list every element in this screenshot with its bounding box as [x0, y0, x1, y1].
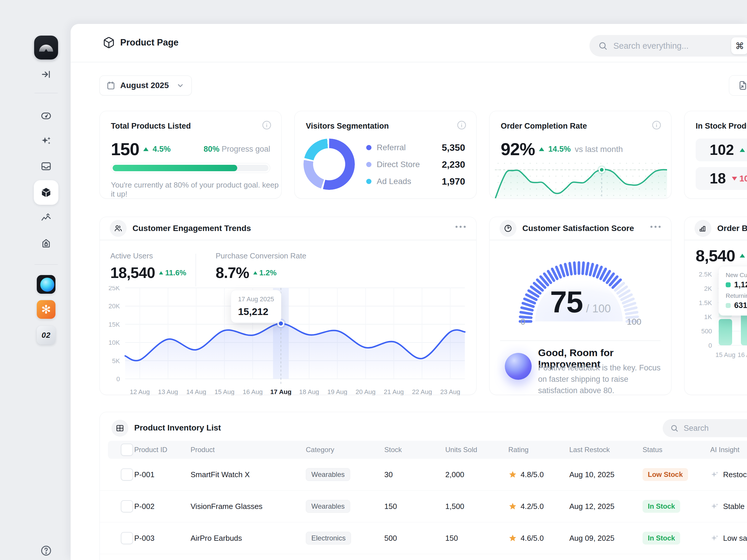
- star-icon: [508, 502, 517, 511]
- trend-up-icon: [143, 147, 149, 151]
- search-input[interactable]: [613, 41, 719, 51]
- column-header[interactable]: Units Sold: [445, 446, 508, 454]
- series-dot: [726, 303, 731, 308]
- sidebar-collapse-button[interactable]: [35, 63, 57, 85]
- cell-product-name: VisionFrame Glasses: [190, 502, 306, 511]
- column-header[interactable]: Last Restock: [569, 446, 643, 454]
- card-header: Order Breakdown: [685, 217, 747, 240]
- chart-tooltip: 17 Aug 2025 15,212: [231, 290, 282, 323]
- keyboard-shortcut-badge: ⌘: [731, 37, 747, 54]
- kpi-card-total-products: Total Products Listed 150 4.5% 80% Progr…: [100, 111, 282, 198]
- svg-text:22 Aug: 22 Aug: [412, 388, 432, 395]
- sidebar-item-dashboard[interactable]: [35, 105, 57, 127]
- cell-ai-insight: Restock imm: [710, 470, 747, 479]
- card-title: Customer Engagement Trends: [132, 217, 251, 240]
- tooltip-label: New Customers: [726, 271, 747, 278]
- users-icon: [110, 220, 127, 237]
- svg-text:23 Aug: 23 Aug: [440, 388, 460, 395]
- cell-last-restock: Aug 10, 2025: [569, 470, 643, 479]
- row-checkbox[interactable]: [121, 532, 133, 544]
- sidebar-item-store[interactable]: [35, 233, 57, 254]
- status-badge: In Stock: [643, 532, 680, 544]
- progress-goal-label: 80% Progress goal: [204, 145, 270, 154]
- column-header[interactable]: AI Insight: [710, 446, 747, 454]
- app-shortcut-flower[interactable]: ✻: [37, 300, 55, 319]
- table-search-input[interactable]: [683, 424, 747, 433]
- star-icon: [508, 534, 517, 542]
- gauge-max-label: 100: [621, 317, 647, 327]
- column-header[interactable]: Status: [643, 446, 710, 454]
- more-menu-button[interactable]: [456, 226, 466, 228]
- legend-label: Direct Store: [377, 160, 420, 169]
- score-denominator: / 100: [586, 302, 611, 315]
- sparkle-icon: [710, 470, 719, 479]
- svg-text:15 Aug: 15 Aug: [716, 351, 736, 358]
- svg-text:16 Aug: 16 Aug: [243, 388, 263, 395]
- category-badge: Wearables: [306, 500, 350, 513]
- breadcrumb: Product Page: [103, 36, 179, 49]
- info-icon[interactable]: [456, 120, 467, 130]
- search-icon: [670, 424, 678, 432]
- info-icon[interactable]: [261, 120, 272, 130]
- column-header[interactable]: Rating: [508, 446, 569, 454]
- column-header[interactable]: Stock: [384, 446, 445, 454]
- logo-arc-icon: [34, 35, 58, 59]
- app-logo[interactable]: [34, 35, 58, 59]
- svg-text:14 Aug: 14 Aug: [186, 388, 206, 395]
- stat-value: 8.7%: [216, 264, 249, 282]
- svg-text:17 Aug: 17 Aug: [270, 388, 291, 395]
- svg-text:20K: 20K: [108, 302, 120, 310]
- svg-text:2K: 2K: [704, 285, 712, 292]
- legend-row: Ad Leads1,970: [366, 173, 465, 190]
- kpi-card-order-completion: Order Completion Rate 92% 14.5% vs last …: [489, 111, 671, 198]
- cell-stock: 500: [384, 534, 445, 543]
- cell-ai-insight: Stable sale: [710, 502, 747, 511]
- table-row: P-001SmartFit Watch XWearables302,0004.8…: [100, 459, 747, 490]
- export-button[interactable]: [729, 75, 747, 96]
- kpi-card-visitors-segmentation: Visitors Segmentation Referral5,350Direc…: [294, 111, 476, 198]
- sidebar-item-ai[interactable]: [35, 130, 57, 152]
- card-title: Customer Satisfaction Score: [522, 217, 634, 240]
- sidebar-item-products[interactable]: [34, 180, 58, 205]
- svg-text:15K: 15K: [108, 321, 120, 328]
- product-inventory-card: Product Inventory List Product IDProduct…: [100, 412, 747, 560]
- flower-icon: ✻: [41, 303, 51, 315]
- table-search[interactable]: [663, 419, 747, 437]
- svg-text:12 Aug: 12 Aug: [130, 388, 150, 395]
- help-button[interactable]: [40, 545, 52, 557]
- table-title: Product Inventory List: [134, 423, 221, 432]
- app-shortcut-sphere[interactable]: [37, 275, 55, 294]
- global-search[interactable]: [589, 35, 747, 57]
- date-filter-label: August 2025: [120, 81, 169, 90]
- sidebar-item-inbox[interactable]: [35, 156, 57, 177]
- card-title: In Stock Products: [696, 122, 747, 131]
- select-all-checkbox[interactable]: [121, 444, 133, 456]
- order-breakdown-card: Order Breakdown 8,540 14.5% 05001K1.5K2K…: [684, 217, 747, 395]
- stock-row: 10280: [696, 138, 747, 161]
- column-header[interactable]: Product: [190, 446, 306, 454]
- info-icon[interactable]: [651, 120, 662, 130]
- chevron-down-icon: [176, 81, 185, 90]
- sparkles-icon: [41, 135, 52, 146]
- date-filter-dropdown[interactable]: August 2025: [100, 76, 192, 96]
- dashboard-screen: ✻ 02 Product Page ⌘ August 2025: [0, 0, 747, 560]
- column-header[interactable]: Category: [306, 446, 384, 454]
- sidebar-item-analytics[interactable]: [35, 207, 57, 229]
- app-shortcut-02[interactable]: 02: [37, 326, 55, 344]
- svg-text:10K: 10K: [108, 339, 120, 346]
- score-value: 75: [550, 285, 583, 319]
- row-checkbox[interactable]: [121, 469, 133, 481]
- trend-up-icon: [539, 147, 544, 151]
- svg-text:0: 0: [117, 375, 120, 383]
- stock-value: 102: [710, 141, 734, 158]
- stat-label: Purchase Conversion Rate: [216, 251, 306, 261]
- more-menu-button[interactable]: [650, 226, 661, 228]
- row-checkbox[interactable]: [121, 500, 133, 512]
- bar-chart-icon: [694, 220, 712, 237]
- kpi-value: 8,540: [696, 246, 735, 265]
- svg-text:1.5K: 1.5K: [699, 299, 712, 306]
- column-header[interactable]: Product ID: [134, 446, 190, 454]
- card-title: Order Breakdown: [717, 217, 747, 240]
- kpi-value: 150: [111, 139, 139, 159]
- star-icon: [508, 470, 517, 479]
